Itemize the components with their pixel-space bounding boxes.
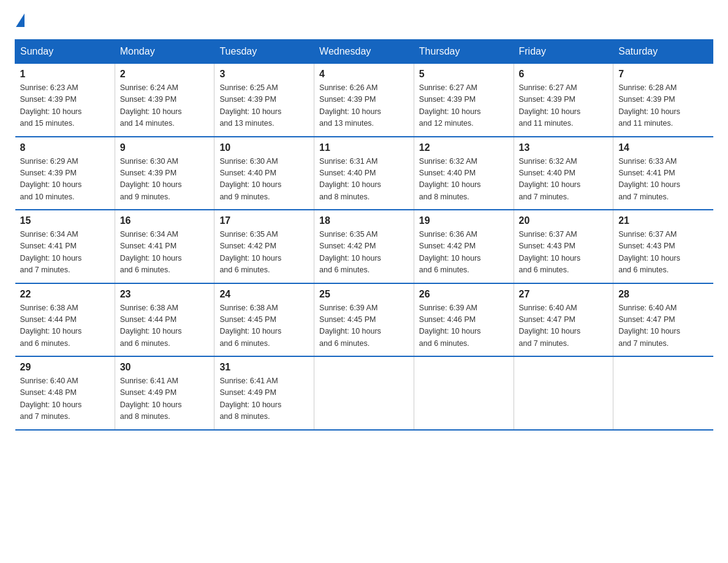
day-cell-10: 10Sunrise: 6:30 AMSunset: 4:40 PMDayligh… — [214, 137, 314, 210]
day-number-21: 21 — [618, 215, 708, 226]
week-row-3: 15Sunrise: 6:34 AMSunset: 4:41 PMDayligh… — [15, 210, 713, 283]
day-number-20: 20 — [519, 215, 609, 226]
day-info-30: Sunrise: 6:41 AMSunset: 4:49 PMDaylight:… — [120, 375, 210, 423]
day-cell-29: 29Sunrise: 6:40 AMSunset: 4:48 PMDayligh… — [15, 356, 115, 430]
day-cell-8: 8Sunrise: 6:29 AMSunset: 4:39 PMDaylight… — [15, 137, 115, 210]
day-info-19: Sunrise: 6:36 AMSunset: 4:42 PMDaylight:… — [419, 229, 509, 277]
day-cell-31: 31Sunrise: 6:41 AMSunset: 4:49 PMDayligh… — [214, 356, 314, 430]
day-cell-26: 26Sunrise: 6:39 AMSunset: 4:46 PMDayligh… — [414, 283, 514, 357]
day-cell-25: 25Sunrise: 6:39 AMSunset: 4:45 PMDayligh… — [314, 283, 414, 357]
header-sunday: Sunday — [15, 40, 115, 64]
day-info-15: Sunrise: 6:34 AMSunset: 4:41 PMDaylight:… — [20, 229, 110, 277]
day-cell-15: 15Sunrise: 6:34 AMSunset: 4:41 PMDayligh… — [15, 210, 115, 283]
header-friday: Friday — [514, 40, 613, 64]
day-number-10: 10 — [219, 142, 309, 153]
day-info-10: Sunrise: 6:30 AMSunset: 4:40 PMDaylight:… — [219, 156, 309, 204]
day-cell-1: 1Sunrise: 6:23 AMSunset: 4:39 PMDaylight… — [15, 64, 115, 137]
calendar-header-row: SundayMondayTuesdayWednesdayThursdayFrid… — [15, 40, 713, 64]
day-cell-27: 27Sunrise: 6:40 AMSunset: 4:47 PMDayligh… — [514, 283, 613, 357]
day-number-25: 25 — [319, 289, 409, 300]
logo — [15, 15, 28, 27]
day-cell-18: 18Sunrise: 6:35 AMSunset: 4:42 PMDayligh… — [314, 210, 414, 283]
day-number-19: 19 — [419, 215, 509, 226]
day-info-5: Sunrise: 6:27 AMSunset: 4:39 PMDaylight:… — [419, 82, 509, 130]
day-cell-2: 2Sunrise: 6:24 AMSunset: 4:39 PMDaylight… — [115, 64, 214, 137]
calendar-table: SundayMondayTuesdayWednesdayThursdayFrid… — [15, 39, 713, 431]
day-number-14: 14 — [618, 142, 708, 153]
header-saturday: Saturday — [613, 40, 713, 64]
day-number-30: 30 — [120, 362, 210, 373]
day-info-4: Sunrise: 6:26 AMSunset: 4:39 PMDaylight:… — [319, 82, 409, 130]
day-number-6: 6 — [519, 69, 609, 80]
day-info-7: Sunrise: 6:28 AMSunset: 4:39 PMDaylight:… — [618, 82, 708, 130]
week-row-4: 22Sunrise: 6:38 AMSunset: 4:44 PMDayligh… — [15, 283, 713, 357]
day-number-11: 11 — [319, 142, 409, 153]
day-info-13: Sunrise: 6:32 AMSunset: 4:40 PMDaylight:… — [519, 156, 609, 204]
day-info-29: Sunrise: 6:40 AMSunset: 4:48 PMDaylight:… — [20, 375, 110, 423]
day-info-20: Sunrise: 6:37 AMSunset: 4:43 PMDaylight:… — [519, 229, 609, 277]
day-cell-22: 22Sunrise: 6:38 AMSunset: 4:44 PMDayligh… — [15, 283, 115, 357]
day-number-5: 5 — [419, 69, 509, 80]
day-cell-30: 30Sunrise: 6:41 AMSunset: 4:49 PMDayligh… — [115, 356, 214, 430]
day-number-13: 13 — [519, 142, 609, 153]
day-cell-24: 24Sunrise: 6:38 AMSunset: 4:45 PMDayligh… — [214, 283, 314, 357]
day-number-28: 28 — [618, 289, 708, 300]
day-info-22: Sunrise: 6:38 AMSunset: 4:44 PMDaylight:… — [20, 302, 110, 350]
day-cell-6: 6Sunrise: 6:27 AMSunset: 4:39 PMDaylight… — [514, 64, 613, 137]
day-cell-28: 28Sunrise: 6:40 AMSunset: 4:47 PMDayligh… — [613, 283, 713, 357]
empty-cell-w5-d3 — [314, 356, 414, 430]
day-number-7: 7 — [618, 69, 708, 80]
day-number-2: 2 — [120, 69, 210, 80]
day-number-22: 22 — [20, 289, 110, 300]
day-number-9: 9 — [120, 142, 210, 153]
day-info-23: Sunrise: 6:38 AMSunset: 4:44 PMDaylight:… — [120, 302, 210, 350]
day-info-16: Sunrise: 6:34 AMSunset: 4:41 PMDaylight:… — [120, 229, 210, 277]
day-info-9: Sunrise: 6:30 AMSunset: 4:39 PMDaylight:… — [120, 156, 210, 204]
day-info-31: Sunrise: 6:41 AMSunset: 4:49 PMDaylight:… — [219, 375, 309, 423]
day-cell-21: 21Sunrise: 6:37 AMSunset: 4:43 PMDayligh… — [613, 210, 713, 283]
week-row-1: 1Sunrise: 6:23 AMSunset: 4:39 PMDaylight… — [15, 64, 713, 137]
day-cell-17: 17Sunrise: 6:35 AMSunset: 4:42 PMDayligh… — [214, 210, 314, 283]
empty-cell-w5-d4 — [414, 356, 514, 430]
day-number-8: 8 — [20, 142, 110, 153]
day-cell-5: 5Sunrise: 6:27 AMSunset: 4:39 PMDaylight… — [414, 64, 514, 137]
day-number-31: 31 — [219, 362, 309, 373]
day-cell-13: 13Sunrise: 6:32 AMSunset: 4:40 PMDayligh… — [514, 137, 613, 210]
day-info-1: Sunrise: 6:23 AMSunset: 4:39 PMDaylight:… — [20, 82, 110, 130]
day-info-14: Sunrise: 6:33 AMSunset: 4:41 PMDaylight:… — [618, 156, 708, 204]
day-number-23: 23 — [120, 289, 210, 300]
day-cell-11: 11Sunrise: 6:31 AMSunset: 4:40 PMDayligh… — [314, 137, 414, 210]
day-info-27: Sunrise: 6:40 AMSunset: 4:47 PMDaylight:… — [519, 302, 609, 350]
day-number-16: 16 — [120, 215, 210, 226]
page-header — [15, 15, 713, 27]
day-info-8: Sunrise: 6:29 AMSunset: 4:39 PMDaylight:… — [20, 156, 110, 204]
day-number-18: 18 — [319, 215, 409, 226]
day-cell-12: 12Sunrise: 6:32 AMSunset: 4:40 PMDayligh… — [414, 137, 514, 210]
day-cell-20: 20Sunrise: 6:37 AMSunset: 4:43 PMDayligh… — [514, 210, 613, 283]
day-number-26: 26 — [419, 289, 509, 300]
day-cell-7: 7Sunrise: 6:28 AMSunset: 4:39 PMDaylight… — [613, 64, 713, 137]
day-cell-23: 23Sunrise: 6:38 AMSunset: 4:44 PMDayligh… — [115, 283, 214, 357]
day-info-2: Sunrise: 6:24 AMSunset: 4:39 PMDaylight:… — [120, 82, 210, 130]
day-number-24: 24 — [219, 289, 309, 300]
day-info-17: Sunrise: 6:35 AMSunset: 4:42 PMDaylight:… — [219, 229, 309, 277]
day-cell-19: 19Sunrise: 6:36 AMSunset: 4:42 PMDayligh… — [414, 210, 514, 283]
day-info-6: Sunrise: 6:27 AMSunset: 4:39 PMDaylight:… — [519, 82, 609, 130]
day-number-29: 29 — [20, 362, 110, 373]
week-row-2: 8Sunrise: 6:29 AMSunset: 4:39 PMDaylight… — [15, 137, 713, 210]
empty-cell-w5-d6 — [613, 356, 713, 430]
header-wednesday: Wednesday — [314, 40, 414, 64]
day-cell-14: 14Sunrise: 6:33 AMSunset: 4:41 PMDayligh… — [613, 137, 713, 210]
day-number-1: 1 — [20, 69, 110, 80]
day-cell-3: 3Sunrise: 6:25 AMSunset: 4:39 PMDaylight… — [214, 64, 314, 137]
day-info-24: Sunrise: 6:38 AMSunset: 4:45 PMDaylight:… — [219, 302, 309, 350]
day-info-28: Sunrise: 6:40 AMSunset: 4:47 PMDaylight:… — [618, 302, 708, 350]
week-row-5: 29Sunrise: 6:40 AMSunset: 4:48 PMDayligh… — [15, 356, 713, 430]
day-cell-4: 4Sunrise: 6:26 AMSunset: 4:39 PMDaylight… — [314, 64, 414, 137]
day-info-12: Sunrise: 6:32 AMSunset: 4:40 PMDaylight:… — [419, 156, 509, 204]
day-number-15: 15 — [20, 215, 110, 226]
day-info-25: Sunrise: 6:39 AMSunset: 4:45 PMDaylight:… — [319, 302, 409, 350]
header-tuesday: Tuesday — [214, 40, 314, 64]
day-number-4: 4 — [319, 69, 409, 80]
day-info-18: Sunrise: 6:35 AMSunset: 4:42 PMDaylight:… — [319, 229, 409, 277]
